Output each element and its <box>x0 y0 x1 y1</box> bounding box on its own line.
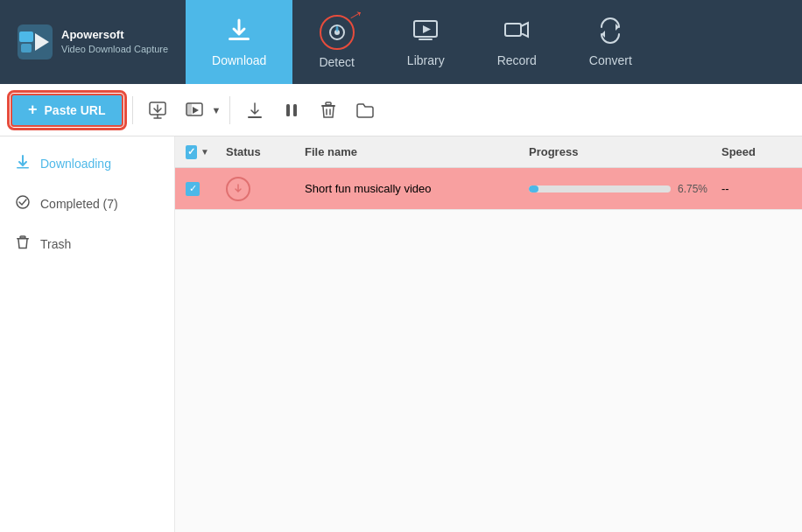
toolbar-divider-2 <box>229 96 230 124</box>
download-tab-icon <box>225 17 253 48</box>
convert-tab-icon <box>596 17 624 48</box>
svg-marker-11 <box>521 23 528 37</box>
svg-rect-10 <box>505 24 521 36</box>
import-button[interactable] <box>142 94 173 126</box>
svg-point-26 <box>17 196 29 208</box>
row-speed: -- <box>721 182 729 195</box>
row-checkbox[interactable]: ✓ <box>186 182 200 196</box>
record-tab-icon <box>503 17 531 48</box>
sidebar-item-trash[interactable]: Trash <box>0 224 174 264</box>
app-name: Apowersoft <box>61 28 168 43</box>
svg-rect-22 <box>326 102 331 105</box>
sidebar-item-downloading[interactable]: Downloading <box>0 144 174 184</box>
check-dropdown-arrow[interactable]: ▼ <box>200 147 209 157</box>
main-content: Downloading Completed (7) Trash <box>0 136 802 532</box>
tab-detect-label: Detect <box>319 55 354 69</box>
downloading-icon <box>14 154 32 173</box>
trash-icon <box>14 234 32 254</box>
logo-area: Apowersoft Video Download Capture <box>0 0 186 84</box>
speed-col-header: Speed <box>714 145 802 158</box>
nav-tabs: Download → Detect Li <box>186 0 802 84</box>
svg-marker-16 <box>193 107 199 114</box>
sidebar: Downloading Completed (7) Trash <box>0 136 175 532</box>
sidebar-completed-label: Completed (7) <box>40 197 118 211</box>
paste-url-label: Paste URL <box>45 103 106 117</box>
progress-label: 6.75% <box>678 183 707 195</box>
svg-rect-19 <box>286 104 290 116</box>
format-dropdown-arrow[interactable]: ▼ <box>212 105 222 116</box>
select-all-checkbox[interactable]: ✓ <box>186 145 197 159</box>
svg-rect-4 <box>229 38 250 40</box>
row-check-col[interactable]: ✓ <box>175 182 219 196</box>
tab-detect[interactable]: → Detect <box>292 0 380 84</box>
svg-marker-8 <box>423 25 431 33</box>
app-header: Apowersoft Video Download Capture Downlo… <box>0 0 802 84</box>
tab-library[interactable]: Library <box>381 0 471 84</box>
pause-button[interactable] <box>276 94 307 126</box>
paste-url-button[interactable]: + Paste URL <box>11 94 123 127</box>
app-subtitle: Video Download Capture <box>61 43 168 55</box>
app-logo-icon <box>18 24 53 60</box>
header-check-col[interactable]: ✓ ▼ <box>175 145 219 159</box>
tab-record[interactable]: Record <box>471 0 563 84</box>
delete-button[interactable] <box>313 94 344 126</box>
progress-bar <box>529 186 671 192</box>
table-row: ✓ Short fun musically video 6.75% <box>175 168 802 210</box>
svg-rect-25 <box>17 167 29 169</box>
sidebar-trash-label: Trash <box>40 237 71 251</box>
svg-rect-2 <box>21 44 32 52</box>
svg-rect-20 <box>293 104 297 116</box>
row-status-col <box>219 177 298 201</box>
row-status-icon <box>226 177 250 201</box>
row-filename: Short fun musically video <box>305 182 432 195</box>
tab-download[interactable]: Download <box>186 0 292 84</box>
format-button[interactable] <box>179 94 210 126</box>
svg-rect-18 <box>248 116 262 118</box>
toolbar-divider-1 <box>132 96 133 124</box>
status-col-header: Status <box>219 145 298 158</box>
completed-icon <box>14 194 32 214</box>
tab-convert-label: Convert <box>589 53 632 67</box>
sidebar-downloading-label: Downloading <box>40 157 111 171</box>
table-header: ✓ ▼ Status File name Progress Speed <box>175 136 802 168</box>
progress-col-header: Progress <box>522 145 714 158</box>
download-selected-button[interactable] <box>239 94 271 126</box>
row-progress-col: 6.75% <box>522 183 714 195</box>
tab-download-label: Download <box>212 53 266 67</box>
plus-icon: + <box>28 101 38 119</box>
svg-rect-9 <box>419 38 433 40</box>
folder-button[interactable] <box>349 94 381 126</box>
tab-library-label: Library <box>407 53 445 67</box>
row-speed-col: -- <box>714 182 802 195</box>
library-tab-icon <box>412 17 440 48</box>
format-selector[interactable]: ▼ <box>179 94 222 126</box>
sidebar-item-completed[interactable]: Completed (7) <box>0 184 174 224</box>
logo-text: Apowersoft Video Download Capture <box>61 28 168 55</box>
toolbar: + Paste URL ▼ <box>0 84 802 136</box>
tab-record-label: Record <box>497 53 537 67</box>
filename-col-header: File name <box>298 145 522 158</box>
content-area: ✓ ▼ Status File name Progress Speed ✓ Sh… <box>175 136 802 532</box>
row-filename-col: Short fun musically video <box>298 182 522 195</box>
tab-convert[interactable]: Convert <box>563 0 658 84</box>
svg-rect-1 <box>19 32 33 42</box>
progress-bar-fill <box>529 186 538 192</box>
svg-rect-28 <box>20 236 25 238</box>
svg-rect-17 <box>186 103 192 116</box>
